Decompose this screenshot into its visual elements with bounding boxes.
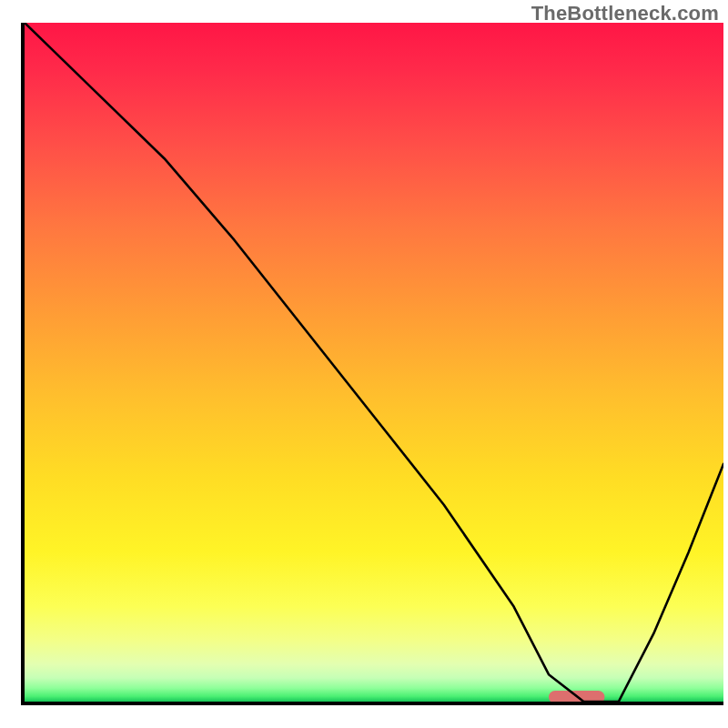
gradient-line-chart — [25, 23, 723, 702]
watermark-text: TheBottleneck.com — [531, 2, 719, 25]
plot-area — [21, 23, 723, 705]
chart-frame: TheBottleneck.com — [0, 0, 728, 728]
